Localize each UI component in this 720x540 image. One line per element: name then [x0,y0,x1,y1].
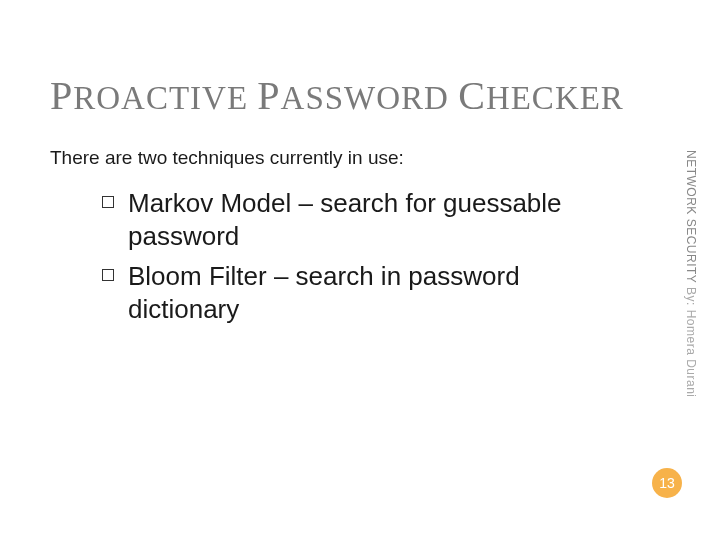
side-label-author: By: Homera Durani [684,287,698,398]
bullet-list: Markov Model – search for guessable pass… [50,187,670,325]
intro-text: There are two techniques currently in us… [50,147,670,169]
title-rest-3: HECKER [486,80,624,116]
slide: PROACTIVE PASSWORD CHECKER There are two… [0,0,720,540]
slide-title: PROACTIVE PASSWORD CHECKER [50,72,670,119]
list-item: Bloom Filter – search in password dictio… [102,260,610,325]
title-cap-2: P [257,73,280,118]
title-cap-1: P [50,73,73,118]
title-rest-2: ASSWORD [281,80,459,116]
list-item: Markov Model – search for guessable pass… [102,187,610,252]
title-rest-1: ROACTIVE [73,80,257,116]
side-label: NETWORK SECURITY By: Homera Durani [684,150,698,398]
title-cap-3: C [458,73,486,118]
side-label-main: NETWORK SECURITY [684,150,698,287]
page-number-badge: 13 [652,468,682,498]
